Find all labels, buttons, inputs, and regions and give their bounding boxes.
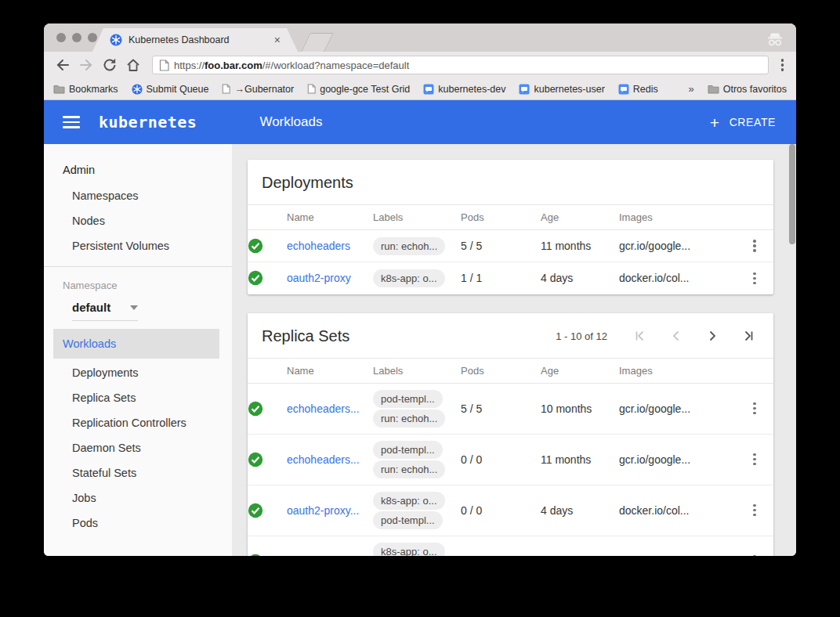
- window-close-button[interactable]: [56, 33, 66, 42]
- replica-set-link[interactable]: echoheaders...: [287, 453, 360, 466]
- hamburger-menu-icon[interactable]: [63, 116, 80, 128]
- incognito-icon: [766, 32, 784, 46]
- status-ok-icon: [248, 238, 287, 254]
- chevron-down-icon: [130, 305, 138, 310]
- row-menu-icon[interactable]: [736, 272, 773, 285]
- sidebar-item-namespaces[interactable]: Namespaces: [44, 183, 232, 208]
- bookmark-submit-queue[interactable]: Submit Queue: [132, 84, 209, 95]
- deployment-link[interactable]: echoheaders: [287, 240, 350, 252]
- first-page-icon[interactable]: [634, 330, 646, 342]
- last-page-icon[interactable]: [742, 330, 755, 342]
- age-cell: 4 days: [541, 262, 619, 294]
- replica-set-link[interactable]: oauth2-proxy...: [287, 504, 359, 517]
- bookmark-bookmarks[interactable]: Bookmarks: [53, 84, 118, 95]
- column-labels: Labels: [373, 358, 461, 383]
- address-bar[interactable]: https://foo.bar.com/#/workload?namespace…: [152, 56, 769, 74]
- label-chip: k8s-app: o...: [373, 269, 445, 287]
- pods-cell: 0 / 0: [461, 536, 541, 556]
- tab-strip: Kubernetes Dashboard ×: [44, 23, 796, 52]
- sidebar-item-pods[interactable]: Pods: [44, 511, 232, 536]
- bookmark-gubernator[interactable]: →Gubernator: [222, 84, 294, 95]
- window-zoom-button[interactable]: [88, 33, 97, 42]
- label-chip: run: echoh...: [373, 410, 445, 428]
- pods-cell: 1 / 1: [461, 262, 541, 294]
- page-icon: [222, 84, 230, 94]
- sidebar-item-replica-sets[interactable]: Replica Sets: [44, 385, 232, 410]
- kubernetes-icon: [132, 84, 143, 95]
- group-icon: [519, 84, 530, 95]
- app-bar: kubernetes Workloads + CREATE: [44, 100, 796, 144]
- sidebar: Admin Namespaces Nodes Persistent Volume…: [44, 144, 232, 556]
- row-menu-icon[interactable]: [736, 240, 773, 252]
- new-tab-button[interactable]: [301, 33, 334, 52]
- sidebar-item-persistent-volumes[interactable]: Persistent Volumes: [44, 233, 232, 258]
- bookmarks-bar: Bookmarks Submit Queue →Gubernator googl…: [44, 78, 796, 100]
- namespace-label: Namespace: [44, 275, 232, 294]
- scrollbar-thumb[interactable]: [789, 144, 795, 244]
- replica-set-link[interactable]: oauth2-proxy...: [287, 555, 359, 557]
- column-pods: Pods: [461, 358, 541, 383]
- images-cell: docker.io/col...: [619, 485, 736, 536]
- main-content: Deployments Name Labels Pods Age Images: [232, 144, 796, 556]
- status-ok-icon: [248, 554, 287, 557]
- row-menu-icon[interactable]: [736, 555, 773, 556]
- folder-icon: [708, 85, 719, 94]
- label-chip: run: echoh...: [373, 237, 445, 255]
- label-chip: pod-templ...: [373, 511, 443, 529]
- browser-tab[interactable]: Kubernetes Dashboard ×: [92, 28, 298, 52]
- window-minimize-button[interactable]: [72, 33, 81, 42]
- page-scrollbar[interactable]: [788, 144, 796, 556]
- sidebar-item-stateful-sets[interactable]: Stateful Sets: [44, 460, 232, 485]
- age-cell: 11 months: [541, 230, 619, 262]
- back-icon[interactable]: [55, 57, 71, 73]
- deployment-link[interactable]: oauth2-proxy: [287, 272, 351, 284]
- label-chip: pod-templ...: [373, 441, 443, 459]
- sidebar-item-replication-controllers[interactable]: Replication Controllers: [44, 410, 232, 435]
- images-cell: gcr.io/google...: [619, 383, 736, 434]
- age-cell: 4 days: [541, 485, 619, 536]
- column-age: Age: [541, 205, 619, 230]
- column-images: Images: [619, 358, 736, 383]
- create-button[interactable]: + CREATE: [710, 114, 776, 131]
- sidebar-item-workloads[interactable]: Workloads: [53, 329, 219, 359]
- home-icon[interactable]: [125, 57, 141, 73]
- bookmark-google-gce-test-grid[interactable]: google-gce Test Grid: [307, 84, 410, 95]
- sidebar-item-nodes[interactable]: Nodes: [44, 208, 232, 233]
- reload-icon[interactable]: [102, 57, 118, 73]
- sidebar-item-daemon-sets[interactable]: Daemon Sets: [44, 435, 232, 460]
- bookmark-kubernetes-user[interactable]: kubernetes-user: [519, 84, 604, 95]
- dashboard-page: Admin Namespaces Nodes Persistent Volume…: [44, 144, 796, 556]
- bookmark-redis[interactable]: Redis: [618, 84, 658, 95]
- tab-title: Kubernetes Dashboard: [129, 34, 268, 45]
- browser-menu-icon[interactable]: [777, 56, 789, 74]
- column-age: Age: [541, 358, 619, 383]
- label-chip: run: echoh...: [373, 460, 445, 478]
- bookmark-kubernetes-dev[interactable]: kubernetes-dev: [423, 84, 505, 95]
- other-bookmarks-folder[interactable]: Otros favoritos: [708, 84, 787, 95]
- deployments-title: Deployments: [262, 174, 353, 192]
- status-ok-icon: [248, 270, 287, 286]
- sidebar-item-admin[interactable]: Admin: [44, 157, 232, 183]
- tab-close-icon[interactable]: ×: [274, 34, 281, 46]
- label-chip: k8s-app: o...: [373, 492, 445, 510]
- replica-sets-title: Replica Sets: [262, 327, 349, 345]
- age-cell: 4 days: [541, 536, 619, 556]
- namespace-select[interactable]: default: [72, 301, 138, 321]
- next-page-icon[interactable]: [706, 330, 719, 342]
- previous-page-icon[interactable]: [670, 330, 682, 342]
- replica-sets-card: Replica Sets 1 - 10 of 12 Name: [248, 313, 773, 557]
- pods-cell: 0 / 0: [461, 434, 541, 485]
- column-name: Name: [287, 205, 373, 230]
- sidebar-item-jobs[interactable]: Jobs: [44, 485, 232, 511]
- row-menu-icon[interactable]: [736, 504, 773, 517]
- column-name: Name: [287, 358, 373, 383]
- images-cell: gcr.io/google...: [619, 434, 736, 485]
- row-menu-icon[interactable]: [736, 402, 773, 415]
- kubernetes-logo[interactable]: kubernetes: [99, 113, 197, 132]
- bookmarks-overflow-icon[interactable]: »: [688, 83, 693, 95]
- row-menu-icon[interactable]: [736, 453, 773, 466]
- group-icon: [618, 84, 629, 95]
- sidebar-item-deployments[interactable]: Deployments: [44, 360, 232, 385]
- replica-set-link[interactable]: echoheaders...: [287, 402, 360, 415]
- forward-icon[interactable]: [78, 57, 94, 73]
